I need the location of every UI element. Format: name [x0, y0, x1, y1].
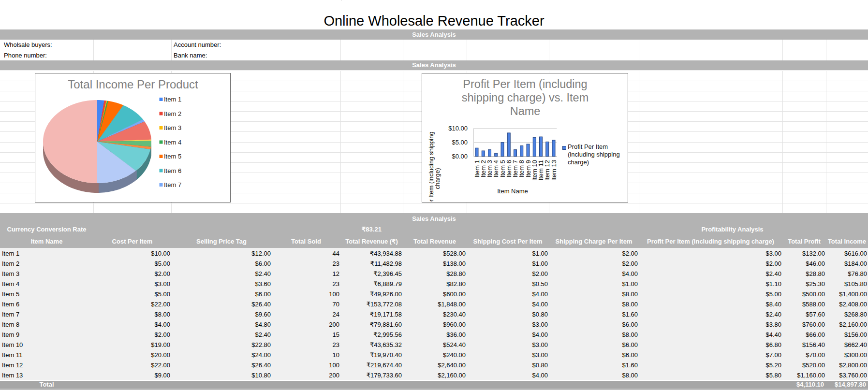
svg-text:Item 2: Item 2 [164, 110, 181, 117]
svg-text:Profit Per Item (including: Profit Per Item (including [463, 78, 587, 90]
svg-text:Item 13: Item 13 [550, 160, 558, 181]
svg-text:$0.00: $0.00 [452, 153, 468, 160]
svg-text:shipping charge) vs. Item: shipping charge) vs. Item [462, 91, 589, 104]
svg-text:$10.00: $10.00 [448, 125, 468, 132]
svg-text:(including shipping: (including shipping [568, 151, 620, 158]
svg-text:Name: Name [510, 105, 541, 117]
svg-text:Total Income Per Product: Total Income Per Product [68, 78, 198, 91]
svg-text:Profit Per Item: Profit Per Item [568, 143, 608, 150]
svg-text:Profit Per Item (including shi: Profit Per Item (including shipping [427, 131, 435, 202]
svg-text:Item 7: Item 7 [164, 181, 181, 188]
svg-text:Item 4: Item 4 [164, 139, 181, 146]
svg-text:Item 5: Item 5 [164, 153, 181, 160]
svg-text:charge): charge) [434, 168, 441, 189]
svg-text:charge): charge) [568, 159, 589, 166]
svg-text:$5.00: $5.00 [452, 139, 468, 146]
svg-text:Item 1: Item 1 [164, 96, 181, 103]
svg-text:Item 6: Item 6 [164, 167, 181, 174]
svg-text:Item Name: Item Name [497, 188, 528, 195]
svg-text:Item 3: Item 3 [164, 124, 181, 131]
